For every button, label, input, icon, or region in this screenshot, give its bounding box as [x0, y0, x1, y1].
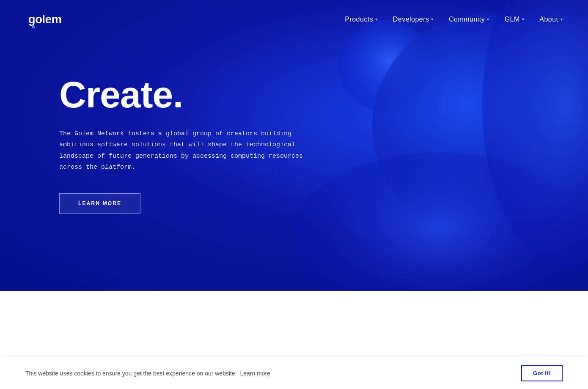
navbar: golem Products ▾ Developers ▾ Community … [0, 0, 588, 38]
cookie-message: This website uses cookies to ensure you … [25, 370, 270, 377]
nav-item-about[interactable]: About ▾ [539, 16, 563, 23]
svg-text:golem: golem [28, 13, 62, 26]
nav-item-glm[interactable]: GLM ▾ [505, 16, 525, 23]
svg-point-1 [32, 25, 35, 28]
chevron-down-icon: ▾ [487, 17, 489, 22]
nav-links: Products ▾ Developers ▾ Community ▾ GLM … [345, 16, 563, 23]
chevron-down-icon: ▾ [561, 17, 563, 22]
chevron-down-icon: ▾ [375, 17, 377, 22]
chevron-down-icon: ▾ [522, 17, 524, 22]
cookie-learn-more-link[interactable]: Learn more [240, 370, 270, 377]
learn-more-button[interactable]: LEARN MORE [59, 193, 140, 214]
nav-item-products[interactable]: Products ▾ [345, 16, 377, 23]
chevron-down-icon: ▾ [431, 17, 433, 22]
hero-section: Create. The Golem Network fosters a glob… [0, 0, 588, 291]
cookie-banner: This website uses cookies to ensure you … [0, 357, 588, 389]
hero-description: The Golem Network fosters a global group… [59, 129, 317, 173]
hero-title: Create. [59, 76, 330, 113]
nav-item-community[interactable]: Community ▾ [449, 16, 489, 23]
cookie-accept-button[interactable]: Got it! [521, 365, 563, 381]
nav-item-developers[interactable]: Developers ▾ [393, 16, 434, 23]
logo[interactable]: golem [25, 8, 76, 31]
